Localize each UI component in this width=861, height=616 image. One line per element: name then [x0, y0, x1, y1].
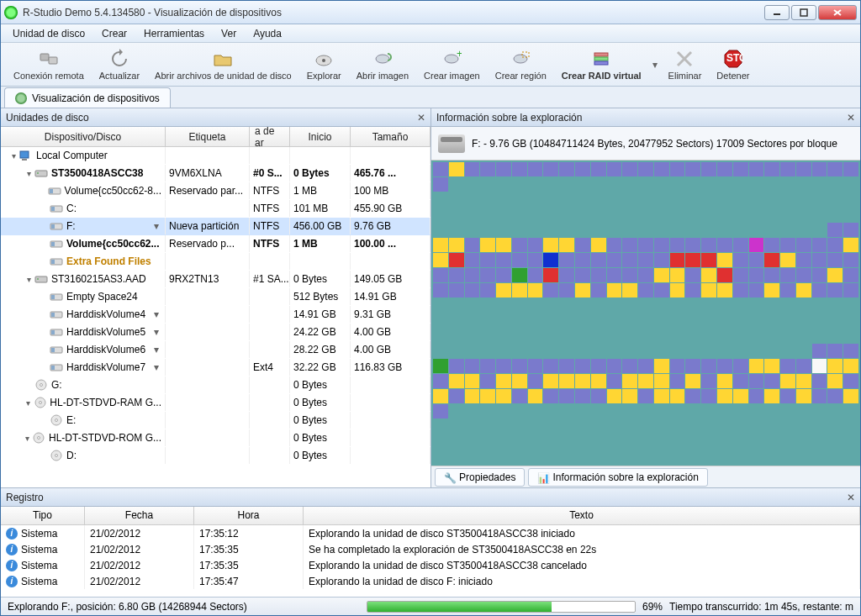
- minimize-button[interactable]: [764, 5, 790, 20]
- scan-block[interactable]: [465, 374, 480, 388]
- scan-block[interactable]: [685, 359, 700, 373]
- scan-block[interactable]: [843, 238, 858, 252]
- scan-block[interactable]: [465, 313, 480, 328]
- scan-block[interactable]: [685, 268, 700, 282]
- scan-block[interactable]: [796, 344, 811, 358]
- scan-block[interactable]: [433, 359, 448, 373]
- scan-block[interactable]: [622, 389, 637, 403]
- scan-block[interactable]: [575, 359, 590, 373]
- scan-block[interactable]: [764, 177, 779, 192]
- scan-block[interactable]: [512, 223, 527, 237]
- tree-row[interactable]: ▾ST3500418ASCC389VM6XLNA#0 S...0 Bytes46…: [1, 165, 430, 182]
- scan-block[interactable]: [796, 208, 811, 222]
- scan-block[interactable]: [654, 208, 669, 222]
- scan-block[interactable]: [827, 223, 843, 237]
- scan-block[interactable]: [812, 450, 827, 464]
- scan-block[interactable]: [843, 434, 858, 449]
- scan-block[interactable]: [622, 177, 637, 192]
- scan-block[interactable]: [575, 419, 590, 434]
- scan-block[interactable]: [465, 162, 480, 176]
- scan-block[interactable]: [622, 344, 637, 358]
- scan-block[interactable]: [843, 162, 858, 176]
- scan-block[interactable]: [575, 329, 590, 343]
- menu-crear[interactable]: Crear: [93, 26, 135, 41]
- scan-block[interactable]: [670, 283, 685, 297]
- scan-block[interactable]: [843, 268, 858, 282]
- scan-block[interactable]: [654, 283, 669, 297]
- scan-block[interactable]: [827, 450, 843, 464]
- scan-block[interactable]: [638, 434, 653, 449]
- scan-block[interactable]: [638, 223, 653, 237]
- scan-block[interactable]: [796, 404, 811, 419]
- scan-block[interactable]: [528, 238, 543, 252]
- scan-block[interactable]: [528, 434, 543, 449]
- scan-block[interactable]: [638, 283, 653, 297]
- scan-block[interactable]: [622, 313, 637, 328]
- scan-block[interactable]: [796, 238, 811, 252]
- scan-block[interactable]: [685, 434, 700, 449]
- scan-block[interactable]: [433, 450, 448, 464]
- scan-block[interactable]: [827, 329, 843, 343]
- log-row[interactable]: iSistema21/02/201217:35:35Se ha completa…: [1, 541, 860, 557]
- scan-block[interactable]: [622, 162, 637, 176]
- scan-block[interactable]: [575, 344, 590, 358]
- scan-block[interactable]: [607, 450, 622, 464]
- scan-block[interactable]: [449, 162, 464, 176]
- scan-block[interactable]: [764, 450, 779, 464]
- scan-block[interactable]: [654, 374, 669, 388]
- scan-block[interactable]: [827, 404, 843, 419]
- menu-ayuda[interactable]: Ayuda: [245, 26, 290, 41]
- scan-block[interactable]: [591, 162, 606, 176]
- scan-block[interactable]: [480, 192, 495, 207]
- scan-block[interactable]: [843, 313, 858, 328]
- scan-block[interactable]: [701, 313, 716, 328]
- scan-block[interactable]: [733, 404, 748, 419]
- scan-block[interactable]: [733, 344, 748, 358]
- scan-block[interactable]: [622, 450, 637, 464]
- scan-block[interactable]: [543, 359, 558, 373]
- tree-row[interactable]: ▾Local Computer: [1, 147, 430, 165]
- scan-block[interactable]: [433, 374, 448, 388]
- scan-block[interactable]: [528, 344, 543, 358]
- scan-block[interactable]: [575, 223, 590, 237]
- scan-block[interactable]: [622, 283, 637, 297]
- scan-block[interactable]: [654, 268, 669, 282]
- scan-block[interactable]: [717, 177, 732, 192]
- scan-block[interactable]: [638, 404, 653, 419]
- scan-block[interactable]: [465, 253, 480, 267]
- scan-block[interactable]: [843, 389, 858, 403]
- scan-block[interactable]: [638, 344, 653, 358]
- scan-block[interactable]: [717, 162, 732, 176]
- scan-block[interactable]: [654, 404, 669, 419]
- scan-block[interactable]: [543, 419, 558, 434]
- scan-block[interactable]: [749, 434, 764, 449]
- scan-block[interactable]: [733, 389, 748, 403]
- scan-block[interactable]: [480, 404, 495, 419]
- tab-scan-info[interactable]: 📊 Información sobre la exploración: [528, 468, 707, 487]
- scan-block[interactable]: [575, 283, 590, 297]
- tree-row[interactable]: Volume{cc50cc62...Reservado p...NTFS1 MB…: [1, 235, 430, 253]
- tree-row[interactable]: F:▾Nueva particiónNTFS456.00 GB9.76 GB: [1, 218, 430, 235]
- scan-block[interactable]: [591, 298, 606, 313]
- scan-block[interactable]: [607, 344, 622, 358]
- scan-block[interactable]: [638, 268, 653, 282]
- expander-icon[interactable]: ▾: [9, 151, 18, 161]
- scan-block[interactable]: [749, 374, 764, 388]
- tree-row[interactable]: ▾ST3160215AS3.AAD9RX2TN13#1 SA...0 Bytes…: [1, 271, 430, 288]
- scan-block[interactable]: [654, 238, 669, 252]
- scan-block[interactable]: [780, 223, 795, 237]
- scan-block[interactable]: [465, 223, 480, 237]
- scan-block[interactable]: [449, 177, 464, 192]
- scan-block[interactable]: [575, 404, 590, 419]
- scan-block[interactable]: [701, 253, 716, 267]
- scan-block[interactable]: [591, 283, 606, 297]
- scan-block[interactable]: [480, 344, 495, 358]
- scan-block[interactable]: [733, 223, 748, 237]
- scan-block[interactable]: [654, 177, 669, 192]
- scan-block[interactable]: [543, 450, 558, 464]
- scan-block[interactable]: [827, 162, 843, 176]
- scan-block[interactable]: [796, 177, 811, 192]
- scan-block[interactable]: [607, 238, 622, 252]
- scan-block[interactable]: [591, 177, 606, 192]
- scan-block[interactable]: [496, 162, 511, 176]
